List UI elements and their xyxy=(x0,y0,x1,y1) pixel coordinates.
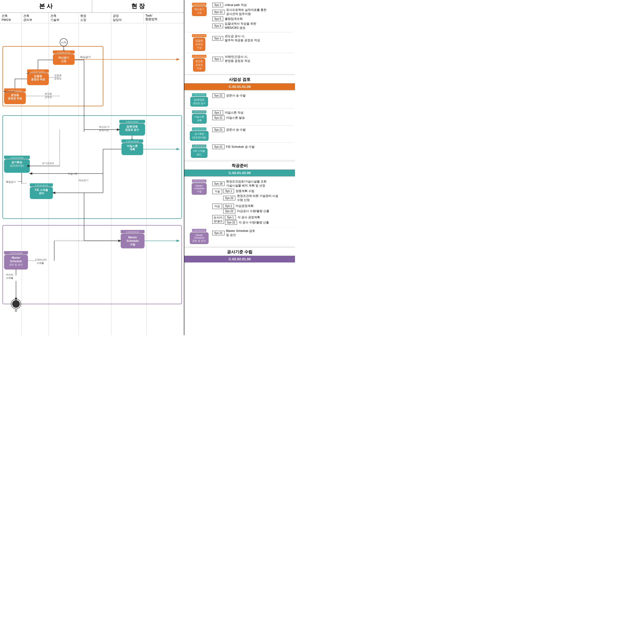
svg-text:C.02.01.01.01: C.02.01.01.01 xyxy=(57,51,70,54)
node-n6-box: 공기확정(공정관리용) xyxy=(190,131,209,141)
svg-text:마일스톤: 마일스톤 xyxy=(68,172,78,175)
sys-label: Sys 21 xyxy=(212,145,225,149)
svg-text:예상공기: 예상공기 xyxy=(80,56,91,59)
svg-text:Master: Master xyxy=(12,256,20,259)
sys-label: Sys 22 xyxy=(223,196,235,200)
node-n3-id: C.02.01.01.03 xyxy=(192,55,206,58)
sys-text: 자체/민간공사 시,분양용 공정표 작성 xyxy=(225,55,250,63)
node-n9-box: MasterSchedule검토 및 승인 xyxy=(190,232,208,244)
node-n5-tasks: Sys 1 마일스톤 작성 Sys 21 마일스톤 발송 xyxy=(212,110,245,121)
svg-text:공정표: 공정표 xyxy=(54,77,62,80)
sys-row: Sys 5 물량집계조회 xyxy=(212,17,267,21)
node-n9-wrap: C.02.01.03.02 MasterSchedule검토 및 승인 xyxy=(188,229,211,244)
svg-text:확정공기: 확정공기 xyxy=(6,181,16,183)
sys-label: Sys 1 xyxy=(223,189,234,193)
group-toji-tasks: Sys 1 각 공사 공정계획 Sys 22 각 공사 수량/물량 산출 xyxy=(225,215,269,225)
svg-text:스케줄: 스케줄 xyxy=(6,277,13,279)
sys-text: 각 공사 수량/물량 산출 xyxy=(239,220,269,225)
node-n4-wrap: C.02.01.02.01 입/분양용공정표 접수 xyxy=(188,93,211,107)
header-hyunjang: 현 장 xyxy=(92,0,184,12)
node-n2-id: C.02.01.01.02 xyxy=(192,34,206,37)
svg-text:분양시점: 분양시점 xyxy=(99,129,109,132)
node-n7-tasks: Sys 21 F/E Schedule 송·수발 xyxy=(212,145,255,150)
group-magam-tasks: Sys 1 마감공정계획 Sys 22 마감공사 수량/물량 산출 xyxy=(223,204,269,214)
svg-text:입찰용: 입찰용 xyxy=(34,75,42,78)
svg-text:F/E 스케줄: F/E 스케줄 xyxy=(35,188,48,191)
svg-text:끝: 끝 xyxy=(15,309,17,312)
sys-row: Sys 12 유사프로젝트 실적자료를 통한공사견적 업무지원 xyxy=(212,8,267,16)
sys-row: Sys 21 Master Schedule 검토및 승인 xyxy=(212,229,255,237)
sys-text: 마일스톤 작성 xyxy=(225,111,243,115)
node-n2-box: 입찰용공정표작성 xyxy=(193,38,205,51)
sys-row: Sys 21 공문서 송·수발 xyxy=(212,93,246,98)
flow-svg: 시작 C.02.01.01.01 예산공기 산정 C.02.01.01.02 xyxy=(0,23,184,335)
diagram-area: 본 사 현 장 건축PMS부 건축관리부 건축기술부 현장소장 공정담당자 Ta… xyxy=(0,0,184,335)
rp-node-n2: C.02.01.01.02 입찰용공정표작성 Sys 1 관도급 공사 시,발주… xyxy=(186,32,293,53)
svg-text:마일스톤: 마일스톤 xyxy=(127,145,138,148)
group-label-toji: 토지/지정/골조 xyxy=(212,215,224,224)
group-gasul-tasks: Sys 1 양중계획 수립 Sys 22 현장조건에 따른 가설장비·시설수량 … xyxy=(223,189,278,203)
sys-text: 공문서 송·수발 xyxy=(226,94,246,98)
node-n9-id: C.02.01.03.02 xyxy=(192,229,206,232)
svg-text:예상공기: 예상공기 xyxy=(79,179,88,182)
svg-text:스케줄: 스케줄 xyxy=(37,262,44,264)
col-tech: 건축기술부 xyxy=(49,13,79,23)
section3-nodes: C.02.01.03.01 MasterSchedule수립 Sys 18 현장… xyxy=(184,176,295,247)
node-n3-tasks: Sys 1 자체/민간공사 시,분양용 공정표 작성 xyxy=(212,55,250,63)
node-n4-box: 입/분양용공정표 접수 xyxy=(190,97,208,107)
svg-text:C.02.01.02.03: C.02.01.02.03 xyxy=(10,156,23,159)
sys-label: Sys 5 xyxy=(212,17,223,21)
node-n7-id: C.02.01.02.04 xyxy=(192,145,206,148)
svg-text:입찰용: 입찰용 xyxy=(54,74,62,77)
node-n5-wrap: C.02.01.02.02 마일스톤계획 xyxy=(188,110,211,124)
sys-text: 물량집계조회 xyxy=(225,17,243,21)
subheader-row: 건축PMS부 건축관리부 건축기술부 현장소장 공정담당자 Task/협렵업체 xyxy=(0,13,184,23)
svg-text:계획: 계획 xyxy=(130,148,135,151)
node-n6-id: C.02.01.02.03 xyxy=(192,127,206,130)
right-panel: C.02.01.01.01 예산공기산정 Sys 1 critical path… xyxy=(184,0,295,335)
svg-rect-13 xyxy=(53,54,75,65)
svg-text:공기확정: 공기확정 xyxy=(11,161,22,164)
rp-node-n9: C.02.01.03.02 MasterSchedule검토 및 승인 Sys … xyxy=(186,227,293,246)
sys-label: Sys 1 xyxy=(225,215,236,220)
svg-text:검토 및 승인: 검토 및 승인 xyxy=(9,263,23,266)
sys-text: 유사프로젝트 실적자료를 통한공사견적 업무지원 xyxy=(226,8,267,16)
sys-row: Sys 22 각 공사 수량/물량 산출 xyxy=(225,220,269,225)
sys-label: Sys 21 xyxy=(212,127,225,132)
node-n1-tasks: Sys 1 critical path 작성 Sys 12 유사프로젝트 실적자… xyxy=(212,3,267,30)
rp-node-n6: C.02.01.02.03 공기확정(공정관리용) Sys 21 공문서 송·수… xyxy=(186,126,293,143)
sys-row: Sys 21 공문서 송·수발 xyxy=(212,127,246,132)
svg-text:Master: Master xyxy=(128,236,137,239)
section2-title: 착공준비 xyxy=(184,161,295,169)
section2-code: C.02.01.02.00 xyxy=(184,169,295,176)
node-n1-box: 예산공기산정 xyxy=(192,6,207,16)
svg-text:C.02.01.01.03: C.02.01.01.03 xyxy=(8,89,21,92)
svg-text:(가)마스터: (가)마스터 xyxy=(35,258,47,261)
section1-title: 사업성 검토 xyxy=(184,75,295,83)
sys-row: Sys 1 각 공사 공정계획 xyxy=(225,215,269,220)
node-n8-wrap: C.02.01.03.01 MasterSchedule수립 xyxy=(188,180,211,195)
sys-text: 양중계획 수립 xyxy=(236,189,254,193)
section3-title: 공사기준 수립 xyxy=(184,247,295,256)
svg-text:분양용: 분양용 xyxy=(11,94,19,97)
sys-text: 마감공정계획 xyxy=(236,204,254,208)
node-n6-wrap: C.02.01.02.03 공기확정(공정관리용) xyxy=(188,127,211,141)
svg-text:Schedule: Schedule xyxy=(10,260,22,263)
svg-text:공정표 접수: 공정표 접수 xyxy=(125,128,139,131)
sys-label: Sys 18 xyxy=(212,181,225,186)
sys-row: Sys 1 critical path 작성 xyxy=(212,3,267,7)
node-n7-wrap: C.02.01.02.04 F/E 스케줄관리 xyxy=(188,145,211,158)
node-n5-box: 마일스톤계획 xyxy=(192,114,207,124)
svg-text:C.02.01.02.02: C.02.01.02.02 xyxy=(126,140,139,143)
svg-text:공정표: 공정표 xyxy=(45,96,52,98)
sys-label: Sys 22 xyxy=(223,209,235,213)
col-mgmt: 건축관리부 xyxy=(22,13,49,23)
header-row: 본 사 현 장 xyxy=(0,0,184,13)
sys-row: Sys 21 F/E Schedule 송·수발 xyxy=(212,145,255,149)
sys-label: Sys 1 xyxy=(212,36,223,41)
group-gasul: 가설 Sys 1 양중계획 수립 Sys 22 현장조건에 따른 가설장비·시설… xyxy=(212,189,292,203)
svg-text:수립: 수립 xyxy=(130,243,135,246)
sys-row: Sys 1 양중계획 수립 xyxy=(223,189,278,193)
sys-text: 현장조건에 따른 가설장비·시설수량 산정 xyxy=(237,194,278,202)
sys-text: critical path 작성 xyxy=(225,3,247,7)
